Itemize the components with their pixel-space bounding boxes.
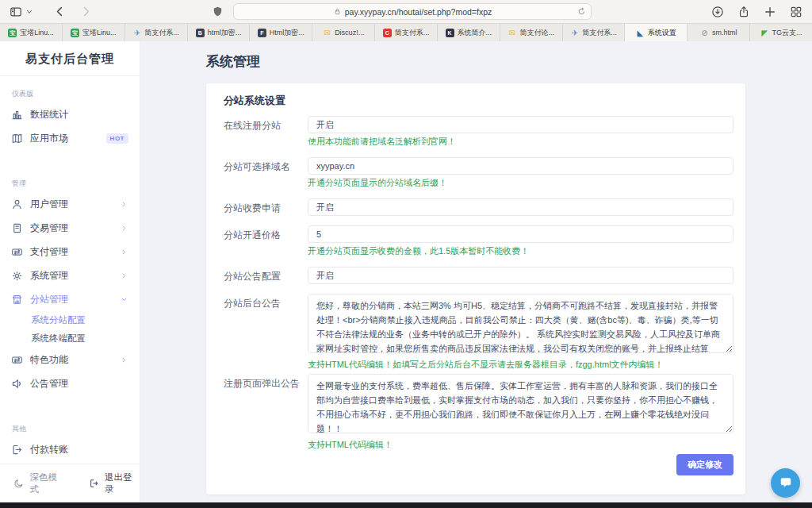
field-hint-online-register: 使用本功能前请把域名泛解析到官网！ [308, 136, 733, 148]
downloads-icon[interactable] [711, 6, 724, 18]
sidebar-item-label: 数据统计 [30, 108, 68, 121]
field-input-fee-apply[interactable] [308, 198, 733, 216]
chevron-right-icon [120, 271, 128, 280]
browser-tab-jzf-1[interactable]: ✈简支付系... [125, 24, 188, 41]
form-row-backend-announcement: 分站后台公告支持HTML代码编辑！如填写之后分站后台不显示请去服务器根目录，fz… [224, 294, 733, 371]
sidebar-subitem-substation-config[interactable]: 系统分站配置 [0, 311, 140, 329]
tab-label: TG云支... [772, 28, 802, 38]
tab-label: 系统设置 [648, 28, 676, 38]
browser-tab-discuz[interactable]: ✉Discuz!... [312, 24, 375, 41]
field-input-online-register[interactable] [308, 116, 733, 133]
field-label-register-popup-announcement: 注册页面弹出公告 [224, 374, 308, 451]
browser-tab-baota-2[interactable]: 宝宝塔Linu... [63, 24, 125, 41]
sidebar-section-label: 仪表版 [12, 89, 140, 99]
toolbar-right-group [711, 6, 802, 18]
field-input-announce-toggle[interactable] [308, 267, 733, 284]
sidebar-item-data-stats[interactable]: 数据统计 [0, 102, 140, 126]
chat-icon [778, 475, 794, 491]
sidebar-item-system-mgmt[interactable]: 系统管理 [0, 264, 140, 287]
moon-icon [13, 478, 24, 489]
back-icon[interactable] [54, 6, 66, 17]
tab-overview-icon[interactable] [790, 6, 802, 18]
sidebar-item-trade-mgmt[interactable]: 交易管理 [0, 216, 140, 240]
field-label-online-register: 在线注册分站 [224, 116, 308, 148]
browser-tab-sys-intro[interactable]: K系统简介... [438, 24, 500, 41]
forward-icon [80, 6, 92, 17]
form-row-online-register: 在线注册分站使用本功能前请把域名泛解析到官网！ [224, 116, 733, 148]
sidebar-footer: 深色模式 退出登录 [0, 464, 140, 502]
chevron-right-icon [120, 248, 128, 256]
tab-label: 简支付系... [144, 28, 179, 38]
settings-card: 分站系统设置 在线注册分站使用本功能前请把域名泛解析到官网！分站可选择域名开通分… [206, 83, 745, 495]
confirm-button[interactable]: 确定修改 [676, 454, 733, 475]
reload-icon[interactable] [577, 7, 586, 16]
sidebar: 易支付后台管理 仪表版数据统计应用市场HOT管理用户管理交易管理支付管理系统管理… [0, 41, 140, 502]
user-icon [11, 198, 23, 210]
browser-tab-jzf-forum[interactable]: ✉简支付论... [500, 24, 563, 41]
lock-icon [333, 7, 342, 16]
tab-label: Html加密... [270, 28, 304, 38]
form-row-register-popup-announcement: 注册页面弹出公告支持HTML代码编辑！ [224, 374, 733, 451]
address-bar[interactable]: pay.xyypay.cn/houtai/set.php?mod=fxpz [233, 3, 592, 20]
browser-tab-tg-cloud[interactable]: ◤TG云支... [750, 24, 812, 41]
field-input-domain-suffix[interactable] [308, 157, 733, 175]
sidebar-toggle-icon[interactable] [10, 6, 22, 18]
tab-dropdown-icon[interactable] [25, 8, 33, 16]
form-row-fee-apply: 分站收费申请 [224, 198, 733, 216]
dark-mode-toggle[interactable]: 深色模式 [13, 471, 65, 495]
browser-tab-sm-html[interactable]: ⊘sm.html [688, 24, 750, 41]
browser-toolbar: pay.xyypay.cn/houtai/set.php?mod=fxpz [0, 0, 812, 24]
tab-favicon-icon: 宝 [71, 29, 79, 37]
field-hint-open-price: 开通分站页面显示收费的金额，此1.5版本暂时不能收费！ [308, 245, 733, 257]
sidebar-item-user-mgmt[interactable]: 用户管理 [0, 192, 140, 216]
privacy-shield-icon[interactable] [212, 6, 224, 17]
browser-tab-jzf-2[interactable]: C简支付系... [375, 24, 438, 41]
sidebar-item-label: 用户管理 [30, 198, 68, 211]
browser-tab-baota-1[interactable]: 宝宝塔Linu... [0, 24, 63, 41]
sidebar-item-label: 交易管理 [30, 221, 68, 235]
logout-button[interactable]: 退出登录 [89, 471, 140, 495]
sidebar-nav: 仪表版数据统计应用市场HOT管理用户管理交易管理支付管理系统管理分站管理系统分站… [0, 78, 140, 464]
field-hint-register-popup-announcement: 支持HTML代码编辑！ [308, 439, 733, 451]
browser-tab-html-encrypt-2[interactable]: FHtml加密... [250, 24, 312, 41]
browser-tab-system-settings[interactable]: ◣系统设置 [625, 24, 688, 41]
sidebar-section-label: 管理 [12, 179, 140, 189]
transfer-icon [11, 246, 23, 258]
browser-tab-jzf-3[interactable]: ✈简支付系... [563, 24, 626, 41]
sidebar-item-app-market[interactable]: 应用市场HOT [0, 126, 140, 150]
field-input-backend-announcement[interactable] [308, 294, 733, 353]
sidebar-subitem-terminal-config[interactable]: 系统终端配置 [0, 329, 140, 348]
logout-icon [89, 478, 99, 489]
sidebar-item-label: 应用市场 [30, 132, 68, 145]
tab-favicon-icon: ◤ [760, 29, 769, 37]
sidebar-item-label: 支付管理 [30, 245, 68, 259]
screen-bottom-edge [0, 502, 812, 508]
tab-label: sm.html [712, 29, 737, 37]
tab-favicon-icon: B [196, 29, 205, 37]
tab-favicon-icon: ✉ [508, 29, 516, 37]
new-tab-icon[interactable] [764, 6, 776, 18]
chat-fab[interactable] [771, 468, 800, 498]
doc-icon [11, 222, 23, 234]
sidebar-item-substation-mgmt[interactable]: 分站管理 [0, 287, 140, 311]
share-icon[interactable] [737, 6, 750, 18]
chevron-right-icon [120, 200, 128, 209]
speaker-icon [11, 378, 23, 390]
tab-favicon-icon: ✈ [570, 29, 579, 37]
field-hint-domain-suffix: 开通分站页面显示的分站域名后缀！ [308, 177, 733, 189]
tab-favicon-icon: ✉ [323, 29, 331, 37]
address-url: pay.xyypay.cn/houtai/set.php?mod=fxpz [345, 7, 492, 17]
app-title: 易支付后台管理 [0, 41, 140, 76]
chevron-right-icon [120, 224, 128, 233]
sidebar-item-label: 特色功能 [30, 353, 68, 367]
sidebar-item-payment-mgmt[interactable]: 支付管理 [0, 240, 140, 264]
form-row-announce-toggle: 分站公告配置 [224, 267, 733, 284]
sidebar-item-announcement-mgmt[interactable]: 公告管理 [0, 371, 140, 395]
field-input-open-price[interactable] [308, 225, 733, 243]
form-row-domain-suffix: 分站可选择域名开通分站页面显示的分站域名后缀！ [224, 157, 733, 189]
browser-tab-html-encrypt-1[interactable]: Bhtml加密... [188, 24, 251, 41]
page-title: 系统管理 [206, 52, 745, 71]
field-input-register-popup-announcement[interactable] [308, 374, 733, 433]
sidebar-item-featured-functions[interactable]: 特色功能 [0, 348, 140, 371]
sidebar-item-payout-transfer[interactable]: 付款转账 [0, 437, 140, 461]
